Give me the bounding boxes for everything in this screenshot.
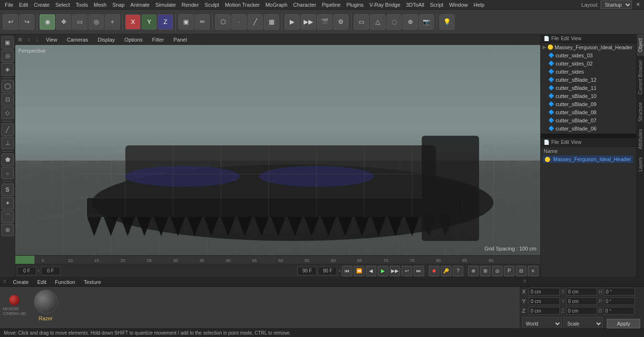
obj-item-3[interactable]: 🔷 cutter_sides xyxy=(541,67,636,76)
menu-character[interactable]: Character xyxy=(290,1,319,9)
menu-sculpt[interactable]: Sculpt xyxy=(202,1,222,9)
menu-create[interactable]: Create xyxy=(31,1,53,9)
layout-select[interactable]: Startup xyxy=(600,0,632,9)
sidebar-nurbs-btn[interactable]: ⊡ xyxy=(1,93,14,106)
obj-item-7[interactable]: 🔷 cutter_sBlade_09 xyxy=(541,100,636,108)
render-settings-btn[interactable]: ⚙ xyxy=(333,14,349,30)
prev-frame-btn[interactable]: ⏪ xyxy=(354,266,364,276)
sidebar-line-btn[interactable]: ╱ xyxy=(1,123,14,136)
current-frame-input[interactable] xyxy=(17,267,36,275)
render-btn[interactable]: ▶▶ xyxy=(301,14,316,30)
far-tab-browser[interactable]: Current Browser xyxy=(637,56,644,98)
go-start-btn[interactable]: ⏮ xyxy=(342,266,352,276)
sidebar-paint-btn[interactable]: ◈ xyxy=(1,63,14,76)
menu-mograph[interactable]: MoGraph xyxy=(262,1,290,9)
attr-selected-item[interactable]: 🟡 Massey_Ferguson_Ideal_Header xyxy=(543,155,633,163)
sidebar-S-btn[interactable]: S xyxy=(1,184,14,196)
far-tab-structure[interactable]: Structure xyxy=(637,98,644,126)
vp-menu-view[interactable]: View xyxy=(44,36,59,43)
floor-btn[interactable]: ▭ xyxy=(354,14,369,30)
undo-button[interactable]: ↩ xyxy=(3,14,18,30)
obj-item-10[interactable]: 🔷 cutter_sBlade_06 xyxy=(541,124,636,132)
viewport[interactable]: Z Y X Perspective Grid Spacing : 100 cm xyxy=(15,45,540,255)
attr-view-btn[interactable]: View xyxy=(571,140,581,145)
far-tab-attributes[interactable]: Attributes xyxy=(637,125,644,153)
menu-snap[interactable]: Snap xyxy=(109,1,128,9)
sidebar-spline-btn[interactable]: ⌒ xyxy=(1,210,14,223)
mat-edit-btn[interactable]: Edit xyxy=(35,278,48,286)
auto-key-btn[interactable]: 🔑 xyxy=(441,266,451,276)
obj-item-2[interactable]: 🔷 cutter_sides_02 xyxy=(541,59,636,67)
menu-3dtoall[interactable]: 3DToAll xyxy=(403,1,427,9)
menu-vray-bridge[interactable]: V-Ray Bridge xyxy=(367,1,404,9)
coord-x-pos[interactable] xyxy=(529,288,560,295)
select-tool[interactable]: ◉ xyxy=(40,14,55,30)
motion3-btn[interactable]: ◎ xyxy=(492,266,502,276)
menu-pipeline[interactable]: Pipeline xyxy=(319,1,343,9)
menu-animate[interactable]: Animate xyxy=(128,1,153,9)
obj-item-1[interactable]: 🔷 cutter_sides_03 xyxy=(541,51,636,59)
menu-window[interactable]: Window xyxy=(446,1,470,9)
record-btn[interactable]: ⏺ xyxy=(429,266,439,276)
obj-item-4[interactable]: 🔷 cutter_sBlade_12 xyxy=(541,76,636,84)
obj-edit-btn[interactable]: Edit xyxy=(561,36,569,41)
coord-z-rot[interactable] xyxy=(566,307,597,315)
sky-btn[interactable]: ◌ xyxy=(386,14,402,30)
obj-item-6[interactable]: 🔷 cutter_sBlade_10 xyxy=(541,92,636,100)
coord-y-pos[interactable] xyxy=(529,297,560,305)
rotate-tool[interactable]: ◎ xyxy=(88,14,104,30)
motion2-btn[interactable]: ⊞ xyxy=(480,266,491,276)
point-mode-btn[interactable]: · xyxy=(231,14,247,30)
obj-item-5[interactable]: 🔷 cutter_sBlade_11 xyxy=(541,84,636,92)
menu-select[interactable]: Select xyxy=(53,1,73,9)
play-fwd-btn[interactable]: ▶▶ xyxy=(390,266,400,276)
attr-file-btn[interactable]: File xyxy=(551,140,559,145)
light-btn[interactable]: 💡 xyxy=(439,14,455,30)
sidebar-knife-btn[interactable]: ⬦ xyxy=(1,167,14,179)
render-to-pic-btn[interactable]: 🎬 xyxy=(317,14,332,30)
vp-menu-options[interactable]: Options xyxy=(122,36,144,43)
motion6-btn[interactable]: ≡ xyxy=(528,266,538,276)
sidebar-poly-btn[interactable]: ⬟ xyxy=(1,153,14,166)
attr-edit-btn[interactable]: Edit xyxy=(561,140,569,145)
obj-file-btn[interactable]: File xyxy=(551,36,559,41)
sidebar-model-btn[interactable]: ▣ xyxy=(1,36,14,49)
coord-x-rot[interactable] xyxy=(566,288,597,295)
obj-list[interactable]: ▶ 🟡 Massey_Ferguson_Ideal_Header 🔷 cutte… xyxy=(541,43,636,134)
obj-scroll-bar[interactable] xyxy=(541,134,636,138)
landscape-btn[interactable]: △ xyxy=(370,14,385,30)
obj-item-root[interactable]: ▶ 🟡 Massey_Ferguson_Ideal_Header xyxy=(541,43,636,51)
scale-tool[interactable]: ▭ xyxy=(72,14,87,30)
null-btn[interactable]: ⊕ xyxy=(403,14,418,30)
paint-btn[interactable]: ✏ xyxy=(195,14,210,30)
play-back-btn[interactable]: ◀ xyxy=(366,266,376,276)
menu-motion-tracker[interactable]: Motion Tracker xyxy=(222,1,262,9)
render-preview-btn[interactable]: ▶ xyxy=(284,14,300,30)
far-tab-object[interactable]: Object xyxy=(637,34,644,56)
redo-button[interactable]: ↪ xyxy=(19,14,34,30)
material-sphere-preview[interactable] xyxy=(34,290,58,314)
obj-item-8[interactable]: 🔷 cutter_sBlade_08 xyxy=(541,108,636,116)
timeline-ruler[interactable]: 5 10 15 20 25 30 35 40 45 50 55 60 xyxy=(15,256,540,264)
far-tab-layers[interactable]: Layers xyxy=(637,153,644,175)
coord-p[interactable] xyxy=(604,297,635,305)
vp-menu-filter[interactable]: Filter xyxy=(150,36,165,43)
obj-mode-btn[interactable]: ⬡ xyxy=(215,14,230,30)
motion-btn[interactable]: ⊕ xyxy=(468,266,479,276)
sidebar-deform-btn[interactable]: ◇ xyxy=(1,107,14,119)
menu-help[interactable]: Help xyxy=(471,1,488,9)
edge-mode-btn[interactable]: ╱ xyxy=(248,14,263,30)
obj-view-btn[interactable]: View xyxy=(571,36,581,41)
menu-script[interactable]: Script xyxy=(427,1,446,9)
motion5-btn[interactable]: ⊟ xyxy=(516,266,526,276)
mat-function-btn[interactable]: Function xyxy=(53,278,77,286)
mat-create-btn[interactable]: Create xyxy=(11,278,31,286)
motion4-btn[interactable]: P xyxy=(504,266,514,276)
coord-b[interactable] xyxy=(603,307,634,315)
go-end-btn[interactable]: ⏭ xyxy=(414,266,424,276)
menu-plugins[interactable]: Plugins xyxy=(343,1,366,9)
texture-btn[interactable]: ▣ xyxy=(178,14,194,30)
z-axis-btn[interactable]: Z xyxy=(158,14,173,30)
menu-render[interactable]: Render xyxy=(179,1,202,9)
sidebar-cube-btn[interactable]: ⬡ xyxy=(1,80,14,92)
